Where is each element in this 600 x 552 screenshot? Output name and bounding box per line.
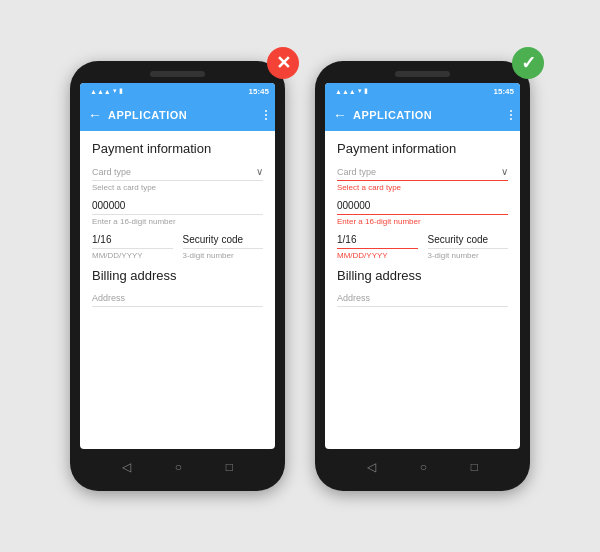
expiry-hint-good: MM/DD/YYYY — [337, 251, 418, 260]
phone-bad: ✕ ▲▲▲ ▾ ▮ 15:45 ← APPLICATION — [70, 61, 285, 491]
expiry-field: 1/16 MM/DD/YYYY — [92, 234, 173, 260]
signal-icon: ▲▲▲ — [90, 88, 111, 95]
back-nav-icon-good[interactable]: ◁ — [367, 460, 376, 474]
menu-icon-good[interactable] — [510, 110, 512, 120]
address-field: Address — [92, 293, 263, 307]
wifi-icon-good: ▾ — [358, 87, 362, 95]
app-bar-good: ← APPLICATION — [325, 99, 520, 131]
card-type-hint: Select a card type — [92, 183, 263, 192]
phone-screen-bad: ▲▲▲ ▾ ▮ 15:45 ← APPLICATION Payment info… — [80, 83, 275, 449]
phone-screen-good: ▲▲▲ ▾ ▮ 15:45 ← APPLICATION Payment info… — [325, 83, 520, 449]
nav-bar-good: ◁ ○ □ — [325, 453, 520, 481]
card-number-hint-good: Enter a 16-digit number — [337, 217, 508, 226]
address-placeholder-good: Address — [337, 293, 370, 303]
card-type-field: Card type ∨ Select a card type — [92, 166, 263, 192]
card-type-label-good[interactable]: Card type ∨ — [337, 166, 508, 181]
status-bar: ▲▲▲ ▾ ▮ 15:45 — [80, 83, 275, 99]
chevron-down-icon-good: ∨ — [501, 166, 508, 177]
phone-device-good: ▲▲▲ ▾ ▮ 15:45 ← APPLICATION Payment info… — [315, 61, 530, 491]
home-nav-icon[interactable]: ○ — [175, 460, 182, 474]
billing-title-good: Billing address — [337, 268, 508, 283]
payment-section-title: Payment information — [92, 141, 263, 156]
card-number-hint: Enter a 16-digit number — [92, 217, 263, 226]
badge-success: ✓ — [512, 47, 544, 79]
security-label-good: Security code — [428, 234, 509, 249]
phone-device-bad: ▲▲▲ ▾ ▮ 15:45 ← APPLICATION Payment info… — [70, 61, 285, 491]
security-field: Security code 3-digit number — [183, 234, 264, 260]
card-type-hint-good: Select a card type — [337, 183, 508, 192]
status-bar-good: ▲▲▲ ▾ ▮ 15:45 — [325, 83, 520, 99]
security-field-good: Security code 3-digit number — [428, 234, 509, 260]
card-number-field: 000000 Enter a 16-digit number — [92, 200, 263, 226]
card-number-value-good: 000000 — [337, 200, 508, 215]
screen-content-bad: Payment information Card type ∨ Select a… — [80, 131, 275, 449]
card-number-value: 000000 — [92, 200, 263, 215]
app-bar-bad: ← APPLICATION — [80, 99, 275, 131]
back-arrow-icon[interactable]: ← — [88, 107, 102, 123]
menu-icon[interactable] — [265, 110, 267, 120]
status-time-good: 15:45 — [494, 87, 514, 96]
phone-notch — [150, 71, 205, 77]
address-field-good: Address — [337, 293, 508, 307]
back-arrow-icon-good[interactable]: ← — [333, 107, 347, 123]
status-icons-good: ▲▲▲ ▾ ▮ — [335, 87, 368, 95]
expiry-hint: MM/DD/YYYY — [92, 251, 173, 260]
wifi-icon: ▾ — [113, 87, 117, 95]
phone-notch-good — [395, 71, 450, 77]
security-hint: 3-digit number — [183, 251, 264, 260]
nav-bar-bad: ◁ ○ □ — [80, 453, 275, 481]
battery-icon-good: ▮ — [364, 87, 368, 95]
signal-icon-good: ▲▲▲ — [335, 88, 356, 95]
recent-nav-icon-good[interactable]: □ — [471, 460, 478, 474]
status-time: 15:45 — [249, 87, 269, 96]
expiry-value: 1/16 — [92, 234, 173, 249]
address-label[interactable]: Address — [92, 293, 263, 307]
expiry-security-row-good: 1/16 MM/DD/YYYY Security code 3-digit nu… — [337, 234, 508, 260]
card-number-field-good: 000000 Enter a 16-digit number — [337, 200, 508, 226]
expiry-field-good: 1/16 MM/DD/YYYY — [337, 234, 418, 260]
billing-title: Billing address — [92, 268, 263, 283]
address-placeholder: Address — [92, 293, 125, 303]
billing-section: Billing address Address — [92, 268, 263, 307]
battery-icon: ▮ — [119, 87, 123, 95]
recent-nav-icon[interactable]: □ — [226, 460, 233, 474]
chevron-down-icon: ∨ — [256, 166, 263, 177]
expiry-security-row: 1/16 MM/DD/YYYY Security code 3-digit nu… — [92, 234, 263, 260]
card-type-label[interactable]: Card type ∨ — [92, 166, 263, 181]
card-type-text-good: Card type — [337, 167, 376, 177]
phone-good: ✓ ▲▲▲ ▾ ▮ 15:45 ← APPLICATION — [315, 61, 530, 491]
billing-section-good: Billing address Address — [337, 268, 508, 307]
app-title-good: APPLICATION — [353, 109, 504, 121]
screen-content-good: Payment information Card type ∨ Select a… — [325, 131, 520, 449]
card-type-field-good: Card type ∨ Select a card type — [337, 166, 508, 192]
status-icons: ▲▲▲ ▾ ▮ — [90, 87, 123, 95]
home-nav-icon-good[interactable]: ○ — [420, 460, 427, 474]
back-nav-icon[interactable]: ◁ — [122, 460, 131, 474]
badge-error: ✕ — [267, 47, 299, 79]
security-label: Security code — [183, 234, 264, 249]
card-type-text: Card type — [92, 167, 131, 177]
security-hint-good: 3-digit number — [428, 251, 509, 260]
expiry-value-good: 1/16 — [337, 234, 418, 249]
app-title-bad: APPLICATION — [108, 109, 259, 121]
payment-section-title-good: Payment information — [337, 141, 508, 156]
address-label-good[interactable]: Address — [337, 293, 508, 307]
